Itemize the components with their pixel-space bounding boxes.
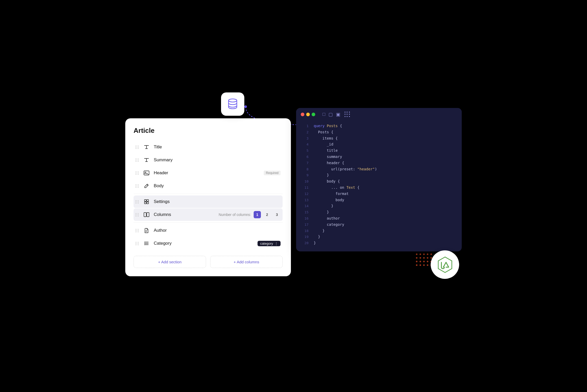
code-line-5: 5 title [296,148,462,154]
add-buttons: + Add section + Add columns [134,256,283,268]
columns-label: Number of columns: [219,213,251,217]
image-icon [143,169,150,177]
required-badge: Required [264,171,281,175]
drag-handle[interactable] [136,242,139,245]
field-list: Title Summary [134,141,283,250]
window-layout-icon-3[interactable]: ▣ [336,112,340,117]
category-float-label: category [260,242,273,245]
field-item-header[interactable]: Header Required [134,167,283,179]
columns-icon [143,211,150,218]
field-name-body: Body [154,183,281,188]
col-btn-1[interactable]: 1 [254,211,261,218]
field-item-body[interactable]: Body [134,180,283,192]
drag-handle[interactable] [136,229,139,232]
dot-grid-decoration [416,253,432,266]
code-line-8: 8 url(preset: "header") [296,166,462,172]
main-scene: Article Title [125,92,462,300]
drag-handle[interactable] [136,213,139,216]
code-editor: □ ▢ ▣ 1 query Posts { 2 Posts { 3 [296,108,462,251]
field-name-settings: Settings [154,199,281,204]
list-icon [143,240,150,247]
category-float: category ⋮ [258,241,281,246]
field-name-header: Header [154,170,260,176]
code-line-12: 12 format [296,191,462,197]
field-item-columns[interactable]: Columns Number of columns: 1 2 3 [134,208,283,221]
code-line-16: 16 author [296,215,462,222]
code-line-14: 14 } [296,203,462,209]
code-body: 1 query Posts { 2 Posts { 3 items { 4 _i… [296,121,462,251]
divider [134,222,283,223]
code-line-2: 2 Posts { [296,129,462,135]
field-name-title: Title [154,144,281,150]
more-icon[interactable]: ⋮ [275,242,278,245]
minimize-button[interactable] [306,113,310,116]
edit-icon [143,182,150,190]
text-icon [143,143,150,151]
field-item-author[interactable]: Author [134,224,283,237]
add-columns-button[interactable]: + Add columns [210,256,283,268]
code-line-15: 15 } [296,209,462,215]
window-layout-icon-2[interactable]: ▢ [328,112,333,117]
nodejs-badge [431,250,459,279]
code-line-4: 4 _id [296,141,462,148]
svg-rect-6 [147,200,149,201]
code-line-17: 17 category [296,222,462,228]
field-name-summary: Summary [154,157,281,163]
field-item-title[interactable]: Title [134,141,283,153]
svg-rect-9 [144,213,146,217]
svg-point-12 [144,243,145,244]
doc-icon [143,227,150,234]
database-icon [221,92,244,116]
code-line-19: 19 } [296,234,462,240]
field-item-summary[interactable]: Summary [134,154,283,166]
window-layout-icon-1[interactable]: □ [322,112,325,117]
code-line-10: 10 body { [296,178,462,185]
grid-icon [143,198,150,205]
drag-handle[interactable] [136,171,139,175]
field-item-settings[interactable]: Settings [134,195,283,208]
code-line-13: 13 body [296,197,462,203]
code-line-3: 3 items { [296,135,462,142]
apps-icon[interactable] [344,112,350,117]
code-line-18: 18 } [296,228,462,234]
maximize-button[interactable] [312,113,315,116]
drag-handle[interactable] [136,146,139,149]
article-card: Article Title [125,118,291,276]
svg-point-2 [229,99,237,102]
svg-point-13 [144,244,145,245]
add-section-button[interactable]: + Add section [134,256,206,268]
close-button[interactable] [301,113,304,116]
window-controls: □ ▢ ▣ [322,112,350,117]
svg-rect-8 [147,202,149,204]
divider [134,194,283,194]
code-line-7: 7 header { [296,160,462,166]
code-line-1: 1 query Posts { [296,123,462,129]
svg-rect-7 [144,202,146,204]
drag-handle[interactable] [136,200,139,204]
drag-handle[interactable] [136,184,139,188]
col-btn-3[interactable]: 3 [273,211,281,218]
field-name-category: Category [154,241,254,246]
text-icon [143,156,150,164]
code-line-20: 20 } [296,240,462,246]
svg-rect-5 [144,200,146,201]
article-title: Article [134,127,283,135]
svg-point-11 [144,242,145,243]
svg-rect-10 [147,213,149,217]
svg-point-0 [244,105,247,108]
code-line-6: 6 summary [296,154,462,160]
field-name-columns: Columns [154,212,215,217]
traffic-lights [301,113,315,116]
columns-controls: Number of columns: 1 2 3 [219,211,281,218]
code-line-9: 9 } [296,172,462,178]
code-line-11: 11 ... on Text { [296,185,462,191]
field-item-category[interactable]: Category category ⋮ [134,237,283,250]
col-btn-2[interactable]: 2 [263,211,271,218]
database-icon-wrapper [221,92,244,116]
field-name-author: Author [154,228,281,233]
code-titlebar: □ ▢ ▣ [296,108,462,121]
drag-handle[interactable] [136,158,139,162]
